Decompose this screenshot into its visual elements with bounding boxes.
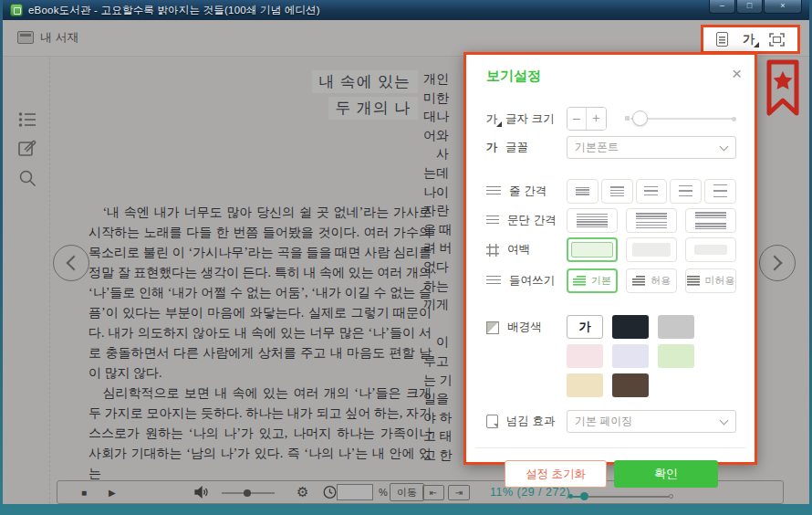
confirm-button[interactable]: 확인 [614,460,718,488]
paragraph-spacing-option-2[interactable] [626,208,677,233]
line-spacing-row: 줄 간격 [486,179,736,204]
margin-icon [486,244,499,257]
indent-allow-icon [632,276,645,286]
maximize-button[interactable]: □ [736,0,763,14]
line-spacing-option-5[interactable] [704,179,736,204]
font-size-row: 가 글자 크기 – + [486,107,736,131]
window-title: eBook도서관 - 고요할수록 밝아지는 것들(100쇄 기념 에디션) [28,4,320,17]
background-color-row: 배경색 가 [486,315,736,397]
font-icon: 가 [486,140,497,155]
font-row: 가 글꼴 기본폰트 [486,136,736,159]
indent-icon [486,276,501,287]
page-effect-value: 기본 페이징 [575,415,632,427]
close-window-button[interactable]: × [764,0,802,14]
paragraph-spacing-icon [486,215,499,226]
font-dropdown-value: 기본폰트 [575,141,619,153]
font-size-increase-button[interactable]: + [587,108,606,130]
bg-swatch-dark[interactable] [612,315,649,339]
app-window: eBook도서관 - 고요할수록 밝아지는 것들(100쇄 기념 에디션) – … [0,0,812,515]
panel-footer: 설정 초기화 확인 [486,460,736,488]
bookmark-ribbon-icon[interactable] [765,58,800,121]
bg-swatch-gray[interactable] [658,315,694,339]
font-size-decrease-button[interactable]: – [567,108,587,130]
panel-title: 보기설정 [486,68,736,85]
panel-close-icon[interactable]: × [732,64,742,84]
viewer-tools-highlight-box: 가 [701,25,800,54]
background-color-label: 배경색 [507,320,542,335]
bg-swatch-pink[interactable] [567,344,603,368]
page-effect-dropdown[interactable]: 기본 페이징 [567,410,736,433]
view-settings-font-icon[interactable]: 가 [743,31,755,47]
indent-allow-label: 허용 [651,274,671,288]
reset-settings-button[interactable]: 설정 초기화 [505,460,607,488]
font-size-icon: 가 [486,111,497,127]
chevron-down-icon [720,142,729,152]
background-color-icon [486,321,499,334]
indent-disallow-icon [687,276,700,286]
paragraph-spacing-row: 문단 간격 [486,208,736,233]
bg-swatch-green[interactable] [658,344,694,368]
background-color-swatches: 가 [567,315,736,397]
indent-option-allow[interactable]: 허용 [626,268,677,293]
font-size-label: 글자 크기 [505,111,554,127]
view-settings-panel: 보기설정 × 가 글자 크기 – + 가 글꼴 [463,52,757,465]
minimize-button[interactable]: – [709,0,735,14]
window-frame-bottom [3,504,809,515]
font-size-slider[interactable] [630,118,736,120]
line-spacing-icon [486,186,501,197]
font-dropdown[interactable]: 기본폰트 [567,136,736,159]
app-logo-icon [10,4,23,16]
titlebar: eBook도서관 - 고요할수록 밝아지는 것들(100쇄 기념 에디션) – … [3,0,809,20]
app-area: 내 서재 내 속에 있는 두 개의 나 ‘내 속엔 내가 너무 [3,20,809,504]
margin-option-1[interactable] [567,237,618,262]
page-effect-icon [486,415,498,428]
margin-option-2[interactable] [626,237,677,262]
margin-row: 여백 [486,237,736,262]
indent-row: 들여쓰기 기본 허용 미허용 [486,268,736,293]
bg-swatch-lavender[interactable] [612,344,649,368]
bg-swatch-brown[interactable] [612,373,649,397]
indent-option-disallow[interactable]: 미허용 [685,268,736,293]
margin-option-3[interactable] [685,237,736,262]
panel-divider [475,447,745,448]
paragraph-spacing-option-1[interactable] [567,208,618,233]
indent-default-label: 기본 [591,274,611,288]
font-label: 글꼴 [505,140,528,155]
bg-swatch-label: 가 [579,319,591,335]
bg-swatch-cream[interactable] [567,373,603,397]
fullscreen-icon[interactable] [769,33,785,47]
line-spacing-option-3[interactable] [636,179,668,204]
chevron-down-icon [720,416,729,426]
margin-label: 여백 [507,242,530,258]
font-size-stepper: – + [567,107,607,131]
paragraph-spacing-option-3[interactable] [685,208,736,233]
paragraph-spacing-label: 문단 간격 [507,213,556,228]
page-effect-row: 넘김 효과 기본 페이징 [486,410,736,433]
indent-label: 들여쓰기 [509,273,555,289]
indent-option-default[interactable]: 기본 [567,268,618,293]
bg-swatch-white[interactable]: 가 [567,315,603,339]
indent-default-icon [573,276,586,286]
page-effect-label: 넘김 효과 [506,414,555,429]
line-spacing-option-2[interactable] [601,179,633,204]
indent-disallow-label: 미허용 [705,274,735,288]
viewer-mode-icon[interactable] [716,32,728,47]
line-spacing-label: 줄 간격 [509,184,547,199]
font-size-slider-knob[interactable] [632,110,648,126]
line-spacing-option-4[interactable] [670,179,702,204]
line-spacing-option-1[interactable] [567,179,599,204]
window-controls: – □ × [708,0,802,14]
